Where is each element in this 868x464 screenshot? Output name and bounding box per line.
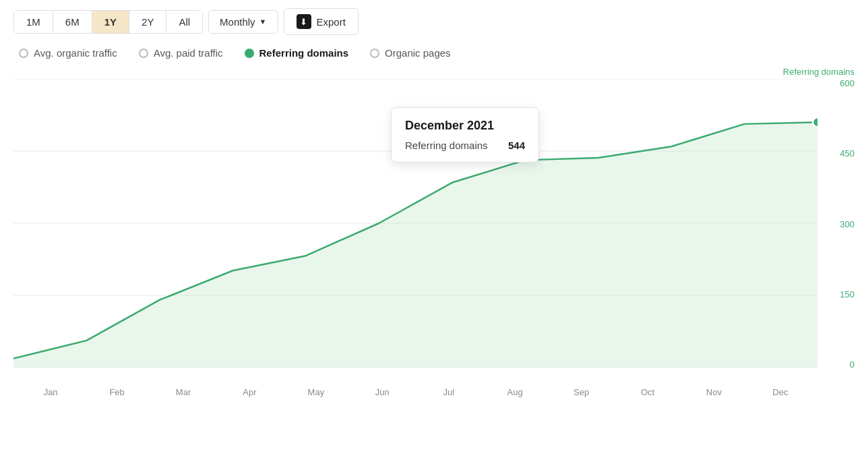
- y-tick-600: 600: [840, 79, 855, 88]
- legend-dot-organic-pages: [370, 49, 379, 58]
- y-axis-labels: 600 450 300 150 0: [817, 79, 855, 369]
- y-tick-450: 450: [840, 149, 855, 158]
- legend-label-paid-traffic: Avg. paid traffic: [154, 47, 223, 59]
- y-tick-300: 300: [840, 220, 855, 229]
- legend-item-organic-traffic[interactable]: Avg. organic traffic: [19, 47, 117, 59]
- x-tick-may: May: [283, 387, 349, 397]
- x-axis-labels: Jan Feb Mar Apr May Jun Jul Aug Sep Oct …: [13, 387, 817, 397]
- svg-marker-5: [13, 122, 817, 368]
- legend-item-paid-traffic[interactable]: Avg. paid traffic: [139, 47, 223, 59]
- x-tick-aug: Aug: [482, 387, 548, 397]
- legend-label-referring-domains: Referring domains: [259, 47, 349, 59]
- legend-label-organic-traffic: Avg. organic traffic: [34, 47, 117, 59]
- x-tick-jun: Jun: [349, 387, 415, 397]
- download-icon: ⬇: [297, 14, 311, 29]
- monthly-label: Monthly: [220, 16, 255, 28]
- y-tick-0: 0: [850, 360, 855, 369]
- chart-svg[interactable]: [13, 79, 817, 369]
- chart-y-axis-label: Referring domains: [783, 67, 855, 77]
- export-label: Export: [317, 16, 346, 28]
- x-tick-jul: Jul: [416, 387, 482, 397]
- chart-container: Referring domains 600 450 300 150 0 Jan …: [13, 67, 855, 397]
- period-selector: 1M 6M 1Y 2Y All: [13, 10, 203, 34]
- period-all-button[interactable]: All: [166, 11, 202, 33]
- x-tick-jan: Jan: [18, 387, 84, 397]
- period-6m-button[interactable]: 6M: [53, 11, 92, 33]
- x-tick-feb: Feb: [84, 387, 150, 397]
- chart-legend: Avg. organic traffic Avg. paid traffic R…: [13, 47, 855, 59]
- x-tick-apr: Apr: [216, 387, 282, 397]
- y-tick-150: 150: [840, 290, 855, 299]
- legend-dot-paid-traffic: [139, 49, 148, 58]
- x-tick-sep: Sep: [548, 387, 614, 397]
- monthly-dropdown[interactable]: Monthly ▼: [208, 10, 278, 34]
- export-button[interactable]: ⬇ Export: [284, 8, 359, 35]
- legend-label-organic-pages: Organic pages: [385, 47, 451, 59]
- period-1y-button[interactable]: 1Y: [92, 11, 129, 33]
- legend-item-organic-pages[interactable]: Organic pages: [370, 47, 451, 59]
- x-tick-dec: Dec: [747, 387, 813, 397]
- legend-dot-referring-domains: [245, 49, 254, 58]
- chevron-down-icon: ▼: [259, 18, 267, 26]
- period-2y-button[interactable]: 2Y: [129, 11, 166, 33]
- legend-dot-organic-traffic: [19, 49, 28, 58]
- x-tick-nov: Nov: [681, 387, 747, 397]
- legend-item-referring-domains[interactable]: Referring domains: [245, 47, 349, 59]
- period-1m-button[interactable]: 1M: [14, 11, 53, 33]
- toolbar: 1M 6M 1Y 2Y All Monthly ▼ ⬇ Export: [13, 8, 855, 35]
- svg-point-6: [813, 117, 817, 127]
- x-tick-mar: Mar: [150, 387, 216, 397]
- x-tick-oct: Oct: [615, 387, 681, 397]
